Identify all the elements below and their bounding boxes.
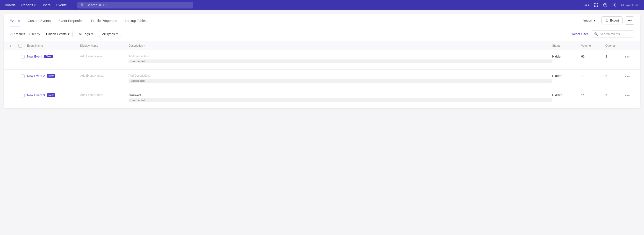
- row-select-checkbox[interactable]: [21, 55, 25, 59]
- row-checkbox[interactable]: [18, 70, 27, 82]
- event-link[interactable]: New Event: [27, 55, 42, 58]
- row-more-actions[interactable]: •••: [625, 50, 634, 64]
- event-link[interactable]: New Event 2: [27, 74, 45, 78]
- sort-icon: ↕: [144, 44, 145, 47]
- row-more-actions[interactable]: •••: [625, 89, 634, 103]
- filter-by-label: Filter by: [29, 32, 40, 36]
- chevron-down-icon: ▾: [34, 3, 36, 7]
- tab-profile-properties[interactable]: Profile Properties: [91, 14, 117, 27]
- reset-filter-button[interactable]: Reset Filter: [572, 32, 588, 36]
- svg-rect-13: [597, 6, 598, 7]
- data-streams-icon[interactable]: [584, 3, 590, 8]
- svg-rect-5: [594, 4, 595, 4]
- svg-rect-11: [594, 6, 595, 7]
- new-badge: New: [44, 55, 53, 58]
- queries-cell: 2: [605, 89, 625, 101]
- svg-rect-12: [596, 6, 596, 7]
- search-events-input[interactable]: 🔍 Search events: [591, 31, 634, 38]
- select-all-checkbox[interactable]: [18, 44, 22, 48]
- col-expand: ↕: [10, 44, 18, 48]
- row-expand[interactable]: ›: [10, 70, 18, 82]
- col-status: Status: [552, 44, 581, 48]
- display-name-cell: Add Event Name...: [80, 50, 128, 62]
- event-name-cell: New Event 3 New: [27, 89, 80, 101]
- table-row: › New Event 2 New Add Event Name... Add …: [4, 70, 640, 89]
- search-icon: 🔍: [594, 32, 598, 36]
- help-icon[interactable]: [602, 3, 608, 8]
- nav-right-actions: All Project Data: [584, 3, 639, 8]
- tab-lookup-tables[interactable]: Lookup Tables: [125, 14, 147, 27]
- new-badge: New: [47, 93, 55, 97]
- table-row: › New Event 3 New Add Event Name... remo…: [4, 89, 640, 108]
- chevron-down-icon: ▾: [116, 32, 118, 36]
- more-dots-icon[interactable]: •••: [625, 93, 630, 98]
- row-expand[interactable]: ›: [10, 89, 18, 101]
- unexpected-tag: Unexpected: [128, 60, 552, 63]
- col-checkbox: [18, 44, 27, 48]
- queries-cell: 2: [605, 70, 625, 82]
- nav-item-events[interactable]: Events: [56, 3, 67, 7]
- description-cell: removed Unexpected: [128, 89, 552, 107]
- top-navigation: Boards Reports ▾ Users Events 🔍 Search ⌘…: [0, 0, 644, 10]
- svg-rect-8: [594, 5, 595, 5]
- table-row: › New Event New Add Event Name... Add De…: [4, 50, 640, 70]
- event-link[interactable]: New Event 3: [27, 93, 45, 97]
- import-button[interactable]: Import ▾: [580, 17, 599, 24]
- row-more-actions[interactable]: •••: [625, 70, 634, 83]
- project-label: All Project Data: [621, 4, 639, 7]
- tab-events[interactable]: Events: [10, 14, 20, 27]
- svg-rect-6: [596, 4, 596, 4]
- display-name-cell: Add Event Name...: [80, 70, 128, 82]
- chevron-down-icon: ▾: [68, 32, 70, 36]
- nav-item-boards[interactable]: Boards: [5, 3, 16, 7]
- display-name-cell: Add Event Name...: [80, 89, 128, 101]
- volume-cell: 93: [581, 50, 605, 63]
- col-queries: Queries: [605, 44, 625, 48]
- row-checkbox[interactable]: [18, 89, 27, 102]
- col-volume: Volume: [581, 44, 605, 48]
- svg-rect-9: [596, 5, 596, 5]
- tab-custom-events[interactable]: Custom Events: [28, 14, 51, 27]
- chevron-down-icon: ▾: [594, 19, 596, 22]
- global-search[interactable]: 🔍 Search ⌘ + K: [77, 2, 193, 9]
- all-types-filter[interactable]: All Types ▾: [99, 31, 121, 37]
- event-name-cell: New Event 2 New: [27, 70, 80, 82]
- status-badge: Hidden: [552, 55, 562, 58]
- tabs-row: Events Custom Events Event Properties Pr…: [4, 14, 640, 27]
- hidden-events-filter[interactable]: Hidden Events ▾: [43, 31, 73, 37]
- queries-cell: 3: [605, 50, 625, 63]
- status-cell: Hidden: [552, 89, 581, 101]
- chevron-down-icon: ▾: [91, 32, 93, 36]
- description-text: removed: [128, 93, 552, 97]
- unexpected-tag: Unexpected: [128, 98, 552, 102]
- all-tags-filter[interactable]: All Tags ▾: [76, 31, 96, 37]
- table-header: ↕ Event Name Display Name Description ↕ …: [4, 41, 640, 50]
- expand-icon[interactable]: ›: [14, 55, 14, 58]
- row-select-checkbox[interactable]: [21, 94, 25, 97]
- row-checkbox[interactable]: [18, 50, 27, 63]
- col-more: [625, 44, 634, 48]
- tab-event-properties[interactable]: Event Properties: [58, 14, 84, 27]
- row-select-checkbox[interactable]: [21, 75, 25, 78]
- expand-icon[interactable]: ›: [14, 75, 14, 77]
- nav-item-reports[interactable]: Reports ▾: [21, 3, 36, 7]
- export-button[interactable]: Export: [602, 17, 623, 25]
- svg-point-2: [588, 5, 589, 5]
- new-badge: New: [47, 74, 55, 78]
- col-description[interactable]: Description ↕: [128, 44, 552, 48]
- row-expand[interactable]: ›: [10, 50, 18, 62]
- grid-icon[interactable]: [593, 3, 598, 8]
- more-options-button[interactable]: •••: [625, 17, 634, 25]
- search-icon: 🔍: [81, 3, 85, 7]
- shrink-expand-icon[interactable]: ↕: [10, 44, 11, 47]
- more-dots-icon[interactable]: •••: [625, 74, 630, 79]
- tab-actions: Import ▾ Export •••: [580, 17, 634, 25]
- expand-icon[interactable]: ›: [14, 94, 14, 97]
- nav-item-users[interactable]: Users: [42, 3, 50, 7]
- settings-icon[interactable]: [612, 3, 617, 8]
- volume-cell: 11: [581, 70, 605, 82]
- svg-rect-10: [597, 5, 598, 5]
- unexpected-tag: Unexpected: [128, 79, 552, 83]
- status-cell: Hidden: [552, 70, 581, 82]
- more-dots-icon[interactable]: •••: [625, 55, 630, 60]
